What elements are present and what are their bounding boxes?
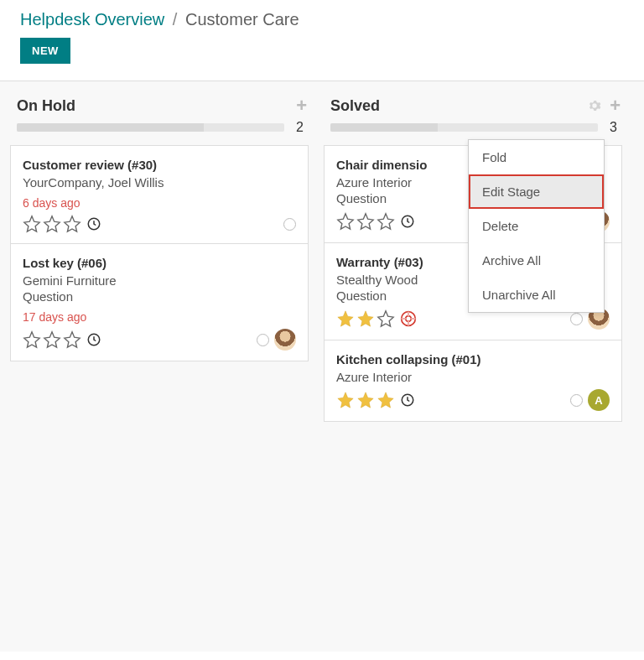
- add-card-icon[interactable]: +: [610, 96, 621, 115]
- header: Helpdesk Overview / Customer Care NEW: [0, 0, 644, 70]
- priority-stars: [23, 330, 101, 349]
- gear-icon[interactable]: [588, 99, 601, 112]
- column-count: 2: [296, 120, 304, 135]
- card-tag: Question: [23, 289, 296, 304]
- card-footer-right: [283, 218, 296, 231]
- star-icon[interactable]: [23, 215, 41, 233]
- card-footer: [23, 215, 296, 233]
- breadcrumb-current: Customer Care: [185, 10, 299, 29]
- breadcrumb-separator: /: [173, 10, 178, 29]
- dropdown-item[interactable]: Archive All: [469, 243, 604, 278]
- clock-icon: [86, 216, 101, 231]
- star-icon[interactable]: [356, 212, 375, 231]
- column-header: Solved +: [322, 96, 624, 120]
- star-icon[interactable]: [63, 330, 81, 349]
- star-icon[interactable]: [63, 215, 81, 233]
- star-icon[interactable]: [336, 391, 355, 409]
- card-footer: [23, 329, 296, 351]
- star-icon[interactable]: [377, 309, 395, 328]
- breadcrumb-parent[interactable]: Helpdesk Overview: [20, 10, 164, 29]
- column-count: 3: [610, 120, 617, 135]
- star-icon[interactable]: [336, 309, 355, 328]
- column-title: On Hold: [17, 97, 75, 115]
- card-subtitle: Azure Interior: [336, 370, 610, 384]
- dropdown-item[interactable]: Fold: [469, 140, 604, 174]
- clock-icon: [86, 332, 101, 347]
- priority-stars: [336, 391, 415, 409]
- card-title: Kitchen collapsing (#01): [336, 352, 610, 366]
- column-title: Solved: [330, 97, 380, 115]
- star-icon[interactable]: [336, 212, 355, 231]
- progress-bar: [330, 123, 598, 132]
- status-circle[interactable]: [570, 313, 583, 325]
- card-footer: A: [336, 389, 610, 411]
- breadcrumb: Helpdesk Overview / Customer Care: [20, 10, 624, 29]
- kanban-card[interactable]: Lost key (#06) Gemini Furniture Question…: [10, 243, 309, 361]
- lifebuoy-icon: [400, 310, 417, 327]
- kanban-column: On Hold + 2 Customer review (#30) YourCo…: [8, 96, 310, 618]
- status-circle[interactable]: [283, 218, 296, 231]
- dropdown-item[interactable]: Unarchive All: [469, 278, 604, 312]
- dropdown-item[interactable]: Delete: [469, 209, 604, 243]
- card-title: Customer review (#30): [23, 158, 296, 172]
- status-circle[interactable]: [257, 334, 269, 346]
- avatar[interactable]: [274, 329, 296, 351]
- star-icon[interactable]: [43, 215, 61, 233]
- card-sla: 17 days ago: [23, 310, 296, 324]
- star-icon[interactable]: [377, 212, 395, 231]
- clock-icon: [400, 214, 415, 229]
- column-header: On Hold +: [8, 96, 310, 120]
- star-icon[interactable]: [23, 330, 41, 349]
- kanban-card[interactable]: Customer review (#30) YourCompany, Joel …: [10, 145, 309, 244]
- kanban-card[interactable]: Kitchen collapsing (#01) Azure Interior …: [324, 340, 622, 422]
- stage-dropdown-menu: FoldEdit StageDeleteArchive AllUnarchive…: [468, 139, 605, 313]
- status-circle[interactable]: [570, 394, 583, 407]
- column-actions: +: [296, 96, 307, 115]
- priority-stars: [336, 309, 417, 328]
- priority-stars: [23, 215, 101, 233]
- card-footer-right: [257, 329, 296, 351]
- column-actions: +: [588, 96, 621, 115]
- clock-icon: [400, 392, 415, 408]
- card-footer-right: A: [570, 389, 610, 411]
- card-sla: 6 days ago: [23, 196, 296, 210]
- star-icon[interactable]: [356, 309, 375, 328]
- priority-stars: [336, 212, 415, 231]
- column-progress-row: 2: [8, 120, 310, 145]
- add-card-icon[interactable]: +: [296, 96, 307, 115]
- new-button[interactable]: NEW: [20, 38, 70, 64]
- dropdown-item[interactable]: Edit Stage: [469, 174, 604, 209]
- star-icon[interactable]: [356, 391, 375, 409]
- card-subtitle: YourCompany, Joel Willis: [23, 175, 296, 190]
- cards-container: Customer review (#30) YourCompany, Joel …: [8, 145, 310, 361]
- progress-bar: [17, 123, 284, 132]
- svg-point-4: [406, 316, 412, 322]
- star-icon[interactable]: [43, 330, 61, 349]
- card-title: Lost key (#06): [23, 256, 296, 270]
- star-icon[interactable]: [377, 391, 395, 409]
- card-subtitle: Gemini Furniture: [23, 273, 296, 288]
- avatar[interactable]: A: [588, 389, 610, 411]
